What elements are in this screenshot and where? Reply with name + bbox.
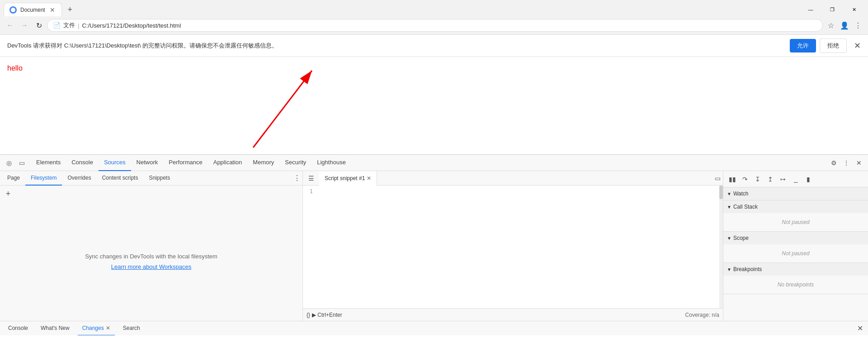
close-button[interactable]: ✕ — [844, 3, 864, 16]
deactivate-breakpoints-icon[interactable]: ⎯ — [790, 174, 801, 185]
callstack-section-header[interactable]: ▼ Call Stack — [723, 200, 868, 213]
device-toolbar-icon[interactable]: ▭ — [16, 157, 27, 168]
maximize-button[interactable]: ❐ — [822, 3, 843, 16]
sources-panel-body: Page Filesystem Overrides Content script… — [0, 171, 868, 321]
address-actions: ☆ 👤 ⋮ — [825, 19, 864, 32]
devtools-close-icon[interactable]: ✕ — [854, 157, 864, 168]
editor-toggle-icon[interactable]: ☰ — [305, 172, 317, 185]
url-icon: 📄 — [53, 22, 61, 29]
breakpoints-content: No breakpoints — [723, 276, 868, 294]
inspect-element-icon[interactable]: ◎ — [4, 157, 14, 168]
arrow-annotation — [0, 57, 868, 154]
step-over-button[interactable]: ↷ — [740, 174, 750, 185]
tab-performance[interactable]: Performance — [163, 155, 208, 171]
tab-elements[interactable]: Elements — [31, 155, 66, 171]
back-button[interactable]: ← — [4, 19, 16, 32]
scope-section: ▼ Scope Not paused — [723, 232, 868, 263]
step-into-button[interactable]: ↧ — [752, 174, 763, 185]
callstack-content: Not paused — [723, 213, 868, 231]
tab-title: Document — [20, 7, 45, 13]
scope-section-header[interactable]: ▼ Scope — [723, 232, 868, 244]
editor-scrollbar[interactable] — [719, 186, 723, 308]
deny-button[interactable]: 拒绝 — [820, 38, 847, 53]
scope-content: Not paused — [723, 244, 868, 262]
tab-console[interactable]: Console — [66, 155, 99, 171]
debugger-panel: ▮▮ ↷ ↧ ↥ ↦ ⎯ ▮ ▼ Watch ▼ Call — [723, 171, 868, 321]
devtools-panel: ◎ ▭ Elements Console Sources Network Per… — [0, 154, 868, 335]
watch-section-header[interactable]: ▼ Watch — [723, 187, 868, 200]
pause-button[interactable]: ▮▮ — [727, 174, 738, 185]
tab-lighthouse[interactable]: Lighthouse — [311, 155, 351, 171]
changes-close-icon[interactable]: ✕ — [106, 325, 110, 331]
minimize-button[interactable]: — — [800, 3, 821, 16]
devtools-settings-icon[interactable]: ⚙ — [828, 157, 839, 168]
scrollbar-thumb[interactable] — [719, 186, 723, 199]
url-label: 文件 — [63, 21, 75, 29]
tab-favicon — [9, 6, 17, 14]
bottom-tab-whats-new[interactable]: What's New — [36, 321, 74, 336]
breakpoints-label: Breakpoints — [733, 266, 762, 272]
new-tab-button[interactable]: + — [64, 3, 76, 16]
browser-tab[interactable]: Document ✕ — [4, 3, 62, 16]
watch-label: Watch — [733, 191, 749, 197]
debugger-toolbar: ▮▮ ↷ ↧ ↥ ↦ ⎯ ▮ — [723, 171, 868, 187]
profile-button[interactable]: 👤 — [838, 19, 851, 32]
step-out-button[interactable]: ↥ — [765, 174, 776, 185]
banner-close-button[interactable]: ✕ — [854, 41, 861, 51]
editor-expand-icon[interactable]: ▭ — [712, 173, 723, 184]
bookmark-button[interactable]: ☆ — [825, 19, 837, 32]
tab-application[interactable]: Application — [208, 155, 248, 171]
devtools-tabs: Elements Console Sources Network Perform… — [31, 155, 828, 171]
tab-network[interactable]: Network — [131, 155, 164, 171]
workspace-link[interactable]: Learn more about Workspaces — [111, 263, 192, 270]
breakpoints-section-header[interactable]: ▼ Breakpoints — [723, 263, 868, 276]
bottom-tab-search[interactable]: Search — [118, 321, 145, 336]
bottom-tab-changes[interactable]: Changes ✕ — [78, 321, 115, 336]
editor-tab-close-icon[interactable]: ✕ — [367, 175, 371, 181]
callstack-label: Call Stack — [733, 204, 758, 210]
callstack-arrow-icon: ▼ — [727, 205, 731, 210]
url-bar[interactable]: 📄 文件 | C:/Users/17121/Desktop/test/test.… — [47, 19, 823, 32]
refresh-button[interactable]: ↻ — [33, 19, 45, 32]
add-folder-button[interactable]: + — [4, 189, 13, 198]
menu-button[interactable]: ⋮ — [852, 19, 864, 32]
format-button[interactable]: {} — [307, 312, 310, 318]
workspace-text: Sync changes in DevTools with the local … — [85, 253, 217, 260]
url-divider: | — [78, 22, 79, 29]
subtab-snippets[interactable]: Snippets — [143, 171, 175, 186]
scope-label: Scope — [733, 235, 749, 241]
pause-on-exceptions-icon[interactable]: ▮ — [803, 174, 814, 185]
subtab-content-scripts[interactable]: Content scripts — [96, 171, 143, 186]
hello-text: hello — [7, 64, 23, 72]
sources-left-panel: Page Filesystem Overrides Content script… — [0, 171, 303, 321]
subtab-more-icon[interactable]: ⋮ — [293, 174, 301, 182]
tab-memory[interactable]: Memory — [247, 155, 279, 171]
watch-section: ▼ Watch — [723, 187, 868, 200]
devtools-header: ◎ ▭ Elements Console Sources Network Per… — [0, 155, 868, 171]
debugger-scroll[interactable]: ▼ Watch ▼ Call Stack Not paused ▼ Scope — [723, 187, 868, 321]
bottom-bar: Console What's New Changes ✕ Search ✕ — [0, 321, 868, 335]
tab-security[interactable]: Security — [279, 155, 311, 171]
tab-close-btn[interactable]: ✕ — [49, 6, 56, 14]
window-controls: — ❐ ✕ — [800, 3, 864, 16]
devtools-header-actions: ⚙ ⋮ ✕ — [828, 157, 864, 168]
devtools-more-icon[interactable]: ⋮ — [841, 157, 852, 168]
changes-label: Changes — [82, 325, 104, 331]
svg-point-0 — [11, 8, 15, 12]
editor-content[interactable]: 1 — [303, 186, 723, 308]
subtab-overrides[interactable]: Overrides — [62, 171, 96, 186]
sources-subtabs: Page Filesystem Overrides Content script… — [0, 171, 302, 186]
bottom-tab-console[interactable]: Console — [4, 321, 33, 336]
code-editor[interactable] — [316, 186, 723, 308]
allow-button[interactable]: 允许 — [790, 39, 816, 52]
editor-tab-snippet[interactable]: Script snippet #1 ✕ — [319, 171, 377, 186]
bottom-bar-right: ✕ — [855, 324, 864, 333]
subtab-page[interactable]: Page — [2, 171, 25, 186]
step-button[interactable]: ↦ — [778, 174, 788, 185]
forward-button[interactable]: → — [18, 19, 31, 32]
coverage-info: Coverage: n/a — [685, 312, 719, 318]
page-content: hello — [0, 57, 868, 154]
tab-sources[interactable]: Sources — [99, 155, 131, 171]
subtab-filesystem[interactable]: Filesystem — [25, 171, 62, 186]
bottom-bar-close-icon[interactable]: ✕ — [855, 324, 864, 333]
